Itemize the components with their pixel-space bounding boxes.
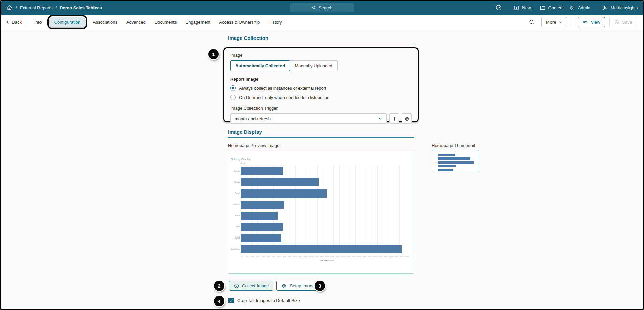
content-button[interactable]: Content <box>540 5 564 11</box>
tab-info[interactable]: Info <box>30 17 46 27</box>
radio-always-collect-label: Always collect all instances of external… <box>239 86 326 91</box>
preview-x-tick: 500K <box>267 256 270 258</box>
report-image-label: Report Image <box>230 77 412 82</box>
thumbnail-bar-row: Germany <box>434 164 477 168</box>
preview-bar <box>241 178 319 186</box>
preview-bar <box>241 245 402 253</box>
preview-x-tick: 600K <box>272 256 275 258</box>
option-automatically-collected[interactable]: Automatically Collected <box>230 60 290 71</box>
preview-bar-label: Russia <box>230 215 241 216</box>
thumbnail-bar <box>438 165 456 167</box>
view-button[interactable]: View <box>578 17 605 27</box>
chevron-down-icon <box>559 20 562 24</box>
tab-advanced[interactable]: Advanced <box>122 17 150 27</box>
image-source-toggle: Automatically Collected Manually Uploade… <box>230 60 338 71</box>
preview-chart-xticks: 0K100K200K300K400K500K600K700K800K900K10… <box>242 256 412 258</box>
thumbnail-bar <box>438 157 470 160</box>
trigger-select[interactable]: month-end-refresh <box>230 113 387 124</box>
preview-bar-row: United States <box>230 243 412 255</box>
thumbnail-bar-label: France <box>434 162 438 163</box>
homepage-thumbnail: Sales by Country Country AustraliaCanada… <box>432 150 479 172</box>
collect-image-button[interactable]: Collect Image <box>229 281 273 291</box>
thumbnail-bar-label: Russia <box>434 170 438 170</box>
preview-x-tick: 400K <box>262 256 265 258</box>
home-icon[interactable] <box>6 5 12 11</box>
preview-bar <box>241 212 278 220</box>
preview-x-tick: 2200K <box>357 256 361 258</box>
header-actions: New... Content Admin MetricInsights <box>495 4 638 11</box>
preview-bar-label: Germany <box>230 204 241 205</box>
preview-bar-label: Australia <box>230 170 241 172</box>
image-action-buttons: Collect Image Setup Image <box>229 281 319 291</box>
preview-bar-track <box>241 177 412 188</box>
thumbnail-bar-row: Russia <box>434 168 477 172</box>
preview-bar-track <box>241 232 412 243</box>
annotation-step-3: 3 <box>315 281 325 291</box>
preview-x-tick: 2100K <box>352 256 356 258</box>
preview-x-tick: 1100K <box>298 256 302 258</box>
preview-chart-rows: AustraliaCanadaFranceGermanyRussiaSpainU… <box>230 165 412 255</box>
save-icon <box>614 20 619 25</box>
preview-bar-track <box>241 165 412 177</box>
radio-on-demand[interactable]: On Demand: only when needed for distribu… <box>230 95 412 100</box>
preview-bar-row: Canada <box>230 177 412 188</box>
main-content: Image Collection Image Automatically Col… <box>1 30 643 309</box>
annotation-step-4: 4 <box>214 296 224 306</box>
toolbar-actions: More View Save <box>529 17 637 27</box>
thumbnail-label: Homepage Thumbnail <box>432 143 475 148</box>
preview-chart-title: Sales by Country <box>231 158 250 161</box>
preview-chart-xlabel: Total Sales Amount <box>242 259 412 261</box>
tab-engagement[interactable]: Engagement <box>181 17 215 27</box>
setup-image-button[interactable]: Setup Image <box>276 281 319 291</box>
preview-x-tick: 2400K <box>368 256 372 258</box>
tab-associations[interactable]: Associations <box>88 17 122 27</box>
radio-selected-icon <box>230 85 236 91</box>
preview-bar-label: United Kingdom <box>230 236 241 240</box>
user-icon <box>602 5 608 11</box>
admin-label: Admin <box>578 5 590 10</box>
global-search[interactable]: Search <box>290 3 354 12</box>
new-button[interactable]: New... <box>514 5 534 11</box>
collect-image-label: Collect Image <box>242 283 269 288</box>
user-menu[interactable]: MetricInsights <box>602 5 638 11</box>
back-button[interactable]: Back <box>6 20 22 25</box>
preview-bar-track <box>241 199 412 210</box>
admin-button[interactable]: Admin <box>569 5 590 11</box>
search-icon[interactable] <box>529 19 535 25</box>
new-label: New... <box>522 5 534 10</box>
preview-x-tick: 1400K <box>315 256 319 258</box>
preview-bar-row: Germany <box>230 199 412 210</box>
option-manually-uploaded[interactable]: Manually Uploaded <box>290 60 337 71</box>
breadcrumb-separator: / <box>16 5 17 10</box>
radio-always-collect[interactable]: Always collect all instances of external… <box>230 85 412 91</box>
crop-tall-images-label: Crop Tall Images to Default Size <box>237 298 300 303</box>
preview-x-tick: 700K <box>277 256 280 258</box>
preview-x-tick: 1500K <box>320 256 324 258</box>
quick-start-icon[interactable] <box>495 4 502 11</box>
toolbar-divider <box>572 19 572 26</box>
crop-tall-images-checkbox-row[interactable]: Crop Tall Images to Default Size <box>228 298 300 303</box>
more-label: More <box>546 20 556 25</box>
thumbnail-bar-label: Germany <box>434 166 438 166</box>
setup-image-label: Setup Image <box>290 283 315 288</box>
tab-access-ownership[interactable]: Access & Ownership <box>215 17 264 27</box>
preview-x-tick: 3000K <box>400 256 404 258</box>
save-button[interactable]: Save <box>609 17 637 27</box>
checkbox-checked-icon[interactable] <box>228 298 234 303</box>
tab-documents[interactable]: Documents <box>150 17 181 27</box>
add-trigger-button[interactable] <box>389 113 399 124</box>
breadcrumb-section[interactable]: External Reports <box>20 5 53 10</box>
preview-x-tick: 900K <box>288 256 291 258</box>
more-button[interactable]: More <box>541 17 567 27</box>
tab-configuration[interactable]: Configuration <box>50 17 85 27</box>
chevron-down-icon <box>378 117 382 121</box>
arrow-circle-icon <box>234 283 239 289</box>
tab-history[interactable]: History <box>264 17 286 27</box>
preview-x-tick: 300K <box>256 256 259 258</box>
thumbnail-bar <box>438 161 474 164</box>
preview-bar <box>241 234 281 242</box>
preview-x-tick: 1300K <box>309 256 313 258</box>
thumbnail-bar-row: Canada <box>434 157 477 160</box>
eye-icon <box>582 19 588 25</box>
trigger-settings-button[interactable] <box>402 113 412 124</box>
